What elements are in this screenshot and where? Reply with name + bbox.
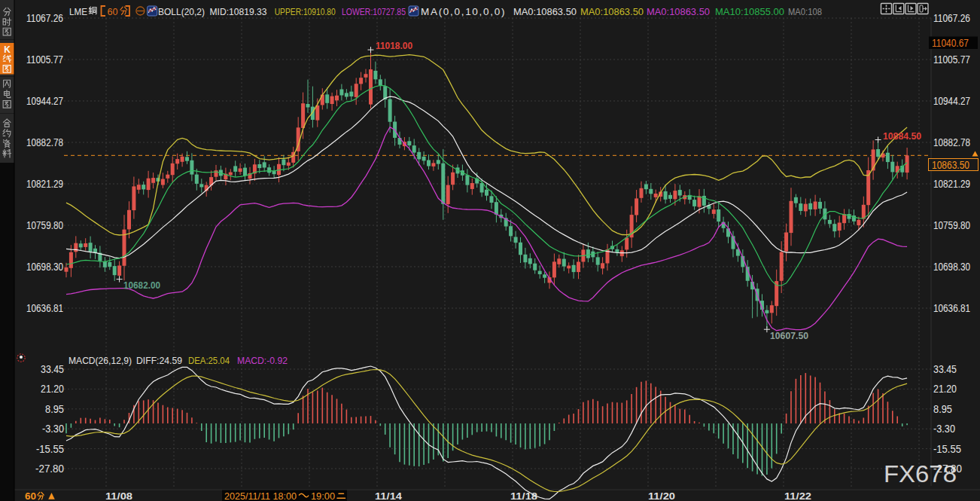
svg-text:60: 60: [108, 6, 118, 17]
svg-text:10698.30: 10698.30: [933, 261, 970, 273]
svg-text:-3.30: -3.30: [933, 423, 955, 435]
svg-text:DIFF:24.59: DIFF:24.59: [136, 355, 182, 366]
svg-text:11005.77: 11005.77: [933, 53, 970, 66]
svg-text:11/14: 11/14: [375, 490, 403, 501]
svg-text:11040.67: 11040.67: [932, 37, 969, 49]
svg-text:33.45: 33.45: [933, 363, 957, 375]
svg-text:21.20: 21.20: [41, 383, 64, 395]
svg-text:10884.50: 10884.50: [883, 130, 921, 142]
svg-text:10636.81: 10636.81: [933, 302, 970, 314]
svg-text:10882.78: 10882.78: [26, 136, 63, 148]
svg-text:MA0:10863.50: MA0:10863.50: [513, 6, 577, 17]
svg-text:BOLL(20,2): BOLL(20,2): [158, 6, 205, 17]
svg-text:10607.50: 10607.50: [770, 330, 808, 341]
svg-text:11067.26: 11067.26: [933, 12, 970, 24]
svg-text:-27.80: -27.80: [35, 463, 64, 475]
svg-text:-15.55: -15.55: [36, 443, 64, 455]
svg-text:10698.30: 10698.30: [26, 261, 63, 273]
svg-text:-3.30: -3.30: [42, 423, 64, 435]
svg-text:10944.27: 10944.27: [933, 95, 970, 107]
svg-text:DEA:25.04: DEA:25.04: [188, 355, 230, 366]
svg-text:10821.29: 10821.29: [26, 178, 63, 190]
svg-text:2025/11/11 18:00: 2025/11/11 18:00: [224, 490, 297, 501]
svg-text:19:00: 19:00: [311, 490, 335, 501]
svg-text:UPPER:10910.80: UPPER:10910.80: [275, 6, 336, 17]
svg-text:11/18: 11/18: [510, 490, 538, 501]
svg-text:60: 60: [25, 490, 36, 501]
svg-text:11005.77: 11005.77: [26, 53, 63, 66]
svg-text:-15.55: -15.55: [933, 443, 961, 455]
svg-text:K: K: [4, 44, 11, 55]
svg-text:10944.27: 10944.27: [26, 95, 63, 107]
svg-text:MA(0,0,10,0,0): MA(0,0,10,0,0): [421, 6, 506, 17]
svg-text:MID:10819.33: MID:10819.33: [210, 6, 267, 17]
svg-text:MA10:10855.00: MA10:10855.00: [715, 6, 784, 17]
svg-text:10759.80: 10759.80: [933, 219, 970, 231]
svg-text:11018.00: 11018.00: [376, 40, 412, 51]
svg-text:MA0:10863.50: MA0:10863.50: [580, 6, 644, 17]
svg-text:10682.00: 10682.00: [123, 280, 160, 291]
svg-text:11/22: 11/22: [784, 490, 811, 501]
svg-text:33.45: 33.45: [41, 363, 64, 375]
svg-text:MA0:10863.50: MA0:10863.50: [647, 6, 710, 17]
svg-text:LME: LME: [69, 6, 87, 17]
svg-text:LOWER:10727.85: LOWER:10727.85: [342, 6, 406, 17]
svg-text:11/20: 11/20: [648, 490, 675, 501]
svg-text:11067.26: 11067.26: [26, 12, 63, 24]
svg-text:8.95: 8.95: [45, 403, 64, 415]
svg-text:10759.80: 10759.80: [26, 219, 63, 231]
svg-text:MA0:108: MA0:108: [788, 6, 822, 17]
svg-text:21.20: 21.20: [933, 383, 957, 395]
svg-text:FX678: FX678: [884, 461, 957, 487]
svg-text:10882.78: 10882.78: [933, 136, 970, 148]
svg-text:MACD:-0.92: MACD:-0.92: [237, 355, 288, 366]
svg-text:10821.29: 10821.29: [933, 178, 970, 190]
svg-text:8.95: 8.95: [933, 403, 952, 415]
svg-text:11/08: 11/08: [105, 490, 133, 501]
svg-text:10863.50: 10863.50: [932, 159, 969, 171]
svg-text:10636.81: 10636.81: [26, 302, 63, 314]
svg-text:MACD(26,12,9): MACD(26,12,9): [68, 355, 132, 366]
